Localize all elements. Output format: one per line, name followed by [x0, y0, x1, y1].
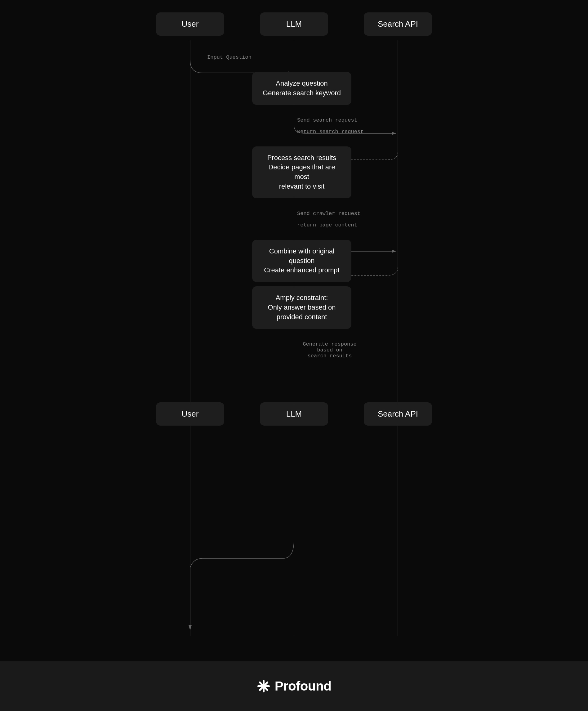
combine-box-line2: Create enhanced prompt [261, 265, 342, 275]
return-search-label: Return search request [297, 129, 364, 135]
send-crawler-label: Send crawler request [297, 211, 361, 217]
process-box: Process search results Decide pages that… [252, 146, 351, 198]
process-box-line1: Process search results [261, 153, 342, 163]
llm-header-bottom: LLM [260, 402, 328, 426]
llm-header-top: LLM [260, 13, 328, 36]
process-box-line3: relevant to visit [261, 182, 342, 191]
generate-response-label: Generate response based on search result… [210, 341, 449, 359]
amply-box-line2: Only answer based on [261, 303, 342, 313]
amply-box-line1: Amply constraint: [261, 293, 342, 303]
footer-brand-name: Profound [275, 679, 331, 694]
input-question-label: Input Question [207, 54, 252, 60]
footer-logo: Profound [257, 679, 331, 694]
user-header-bottom: User [156, 402, 224, 426]
process-box-line2: Decide pages that are most [261, 163, 342, 182]
profound-logo-icon [257, 680, 270, 693]
combine-box: Combine with original question Create en… [252, 240, 351, 282]
amply-box-line3: provided content [261, 313, 342, 322]
user-header-top: User [156, 13, 224, 36]
send-search-label: Send search request [297, 117, 357, 123]
return-page-label: return page content [297, 222, 357, 228]
diagram: User LLM Search API Input Question Analy… [139, 13, 449, 426]
analyze-box-line2: Generate search keyword [261, 88, 342, 98]
analyze-box-line1: Analyze question [261, 79, 342, 88]
amply-box: Amply constraint: Only answer based on p… [252, 286, 351, 328]
main-content: User LLM Search API Input Question Analy… [0, 0, 588, 661]
analyze-box: Analyze question Generate search keyword [252, 72, 351, 105]
svg-marker-8 [189, 625, 192, 630]
search-api-header-bottom: Search API [364, 402, 432, 426]
search-api-header-top: Search API [364, 13, 432, 36]
combine-box-line1: Combine with original question [261, 246, 342, 266]
footer: Profound [0, 661, 588, 711]
